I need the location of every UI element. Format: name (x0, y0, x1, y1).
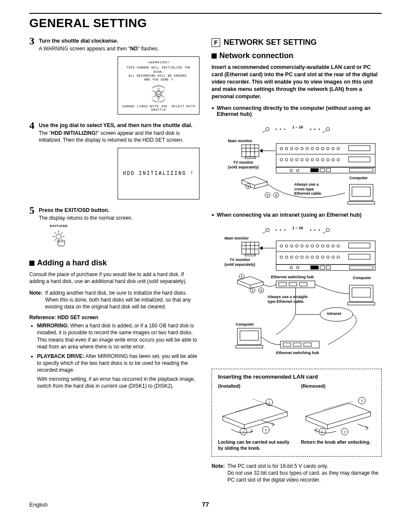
svg-rect-145 (293, 343, 301, 346)
svg-point-77 (276, 230, 277, 230)
svg-point-107 (296, 256, 298, 258)
svg-text:2: 2 (243, 430, 245, 434)
svg-rect-62 (276, 167, 375, 173)
svg-text:3: 3 (361, 399, 363, 403)
bullet-icon (212, 212, 214, 218)
svg-point-35 (311, 147, 314, 150)
svg-rect-54 (349, 157, 370, 162)
network-sub-heading: Network connection (212, 51, 382, 60)
svg-line-8 (54, 239, 56, 241)
svg-point-37 (321, 147, 324, 150)
step-3-body-bold: NO (130, 46, 138, 52)
svg-line-76 (323, 232, 326, 233)
exit-osd-block: EXIT/OSD (50, 224, 199, 248)
svg-text:1: 1 (268, 401, 271, 404)
diagram-intranet: 1 – 16 (212, 221, 382, 363)
svg-point-52 (337, 159, 339, 161)
dial-icon: NO (121, 85, 196, 103)
svg-point-10 (266, 128, 269, 131)
svg-rect-135 (299, 283, 307, 286)
svg-rect-132 (276, 281, 315, 288)
svg-point-103 (337, 245, 339, 247)
step-4-body: The "HDD INITIALIZING!" screen appear an… (39, 130, 199, 143)
lan-cap-1: Locking can be carried out easily by sli… (218, 439, 293, 451)
network-note: Note: The PC card slot is for 16-bit 5 V… (212, 463, 382, 484)
svg-point-99 (316, 245, 319, 247)
warning-title: <WARNING> (121, 60, 196, 64)
svg-line-7 (61, 232, 63, 234)
warning-line-3: ARE YOU SURE ? (121, 78, 196, 82)
svg-rect-124 (349, 266, 373, 269)
svg-point-29 (280, 147, 283, 150)
svg-point-79 (284, 230, 285, 230)
adding-note: Note: If adding another hard disk, be su… (29, 289, 199, 311)
ref-title: Reference: HDD SET screen (29, 314, 199, 320)
adding-note-body: If adding another hard disk, be sure to … (45, 289, 199, 311)
step-4-body-pre: The " (39, 130, 51, 136)
svg-point-45 (301, 159, 303, 161)
svg-text:2: 2 (241, 275, 243, 278)
svg-point-38 (327, 147, 329, 150)
svg-rect-134 (289, 283, 297, 286)
svg-point-73 (266, 228, 269, 232)
svg-rect-58 (320, 168, 324, 172)
svg-point-92 (280, 245, 283, 247)
ref-mirroring: MIRRORING: When a hard disk is added, or… (37, 322, 199, 350)
svg-point-39 (332, 147, 334, 150)
svg-rect-72 (348, 202, 375, 204)
warning-line-2: ALL RECORDING WILL BE ERASED. (121, 74, 196, 78)
svg-point-41 (280, 159, 283, 161)
svg-point-106 (290, 256, 293, 258)
svg-point-108 (301, 256, 303, 258)
svg-point-43 (290, 159, 293, 161)
lan-removed-label: (Removed) (301, 383, 376, 389)
lan-cap-2: Return the knob after unlocking. (301, 439, 376, 445)
step-5-number: 5 (29, 205, 34, 216)
camera-range-1: 1 – 16 (292, 125, 303, 129)
left-column: 3 Turn the shuttle dial clockwise. A WAR… (29, 38, 199, 488)
lan-installed-label: (Installed) (218, 383, 293, 389)
svg-point-55 (290, 169, 293, 172)
press-button-icon (50, 229, 68, 247)
svg-point-32 (296, 147, 298, 150)
svg-rect-121 (311, 266, 318, 269)
svg-rect-89 (245, 254, 255, 256)
step-3: 3 Turn the shuttle dial clockwise. A WAR… (29, 38, 199, 52)
svg-point-101 (327, 245, 329, 247)
warning-line-1: THIS CHANGE WILL INITIALIZE THE DISK. (121, 66, 196, 74)
svg-point-15 (280, 129, 281, 130)
exit-osd-label: EXIT/OSD (50, 224, 199, 228)
svg-line-13 (323, 131, 326, 133)
step-3-body: A WARNING screen appears and then "NO" f… (39, 45, 199, 52)
bullet-icon (212, 105, 214, 117)
svg-point-46 (306, 159, 308, 161)
step-5-body: The display returns to the normal screen… (39, 215, 199, 221)
svg-point-98 (311, 245, 314, 247)
svg-point-100 (321, 245, 324, 247)
step-3-head: Turn the shuttle dial clockwise. (39, 38, 199, 44)
svg-rect-137 (352, 288, 371, 297)
lan-card-box: Inserting the recommended LAN card (Inst… (212, 369, 382, 456)
svg-point-111 (316, 256, 319, 258)
svg-point-12 (326, 128, 330, 131)
svg-point-49 (321, 159, 324, 161)
ref-playback: PLAYBACK DRIVE: After MIRRORING has been… (37, 353, 199, 389)
svg-point-120 (296, 266, 299, 269)
svg-point-104 (280, 256, 283, 258)
svg-point-40 (337, 147, 339, 150)
ref-playback-extra: With mirroring setting, if an error has … (37, 376, 199, 389)
step-4: 4 Use the jog dial to select YES, and th… (29, 122, 199, 143)
diagram-direct: 1 – 16 (212, 120, 382, 206)
svg-rect-59 (326, 168, 330, 172)
adding-hdd-title: Adding a hard disk (37, 258, 107, 268)
svg-rect-123 (326, 266, 330, 269)
boxed-letter-f: F (212, 38, 220, 47)
svg-point-31 (290, 147, 293, 150)
svg-point-96 (301, 245, 303, 247)
svg-point-93 (285, 245, 288, 247)
warning-center-text: NO (157, 93, 160, 96)
svg-point-48 (316, 159, 319, 161)
svg-point-19 (319, 129, 320, 130)
svg-text:2: 2 (344, 430, 346, 434)
adding-intro: Consult the place of purchase if you wou… (29, 271, 199, 285)
